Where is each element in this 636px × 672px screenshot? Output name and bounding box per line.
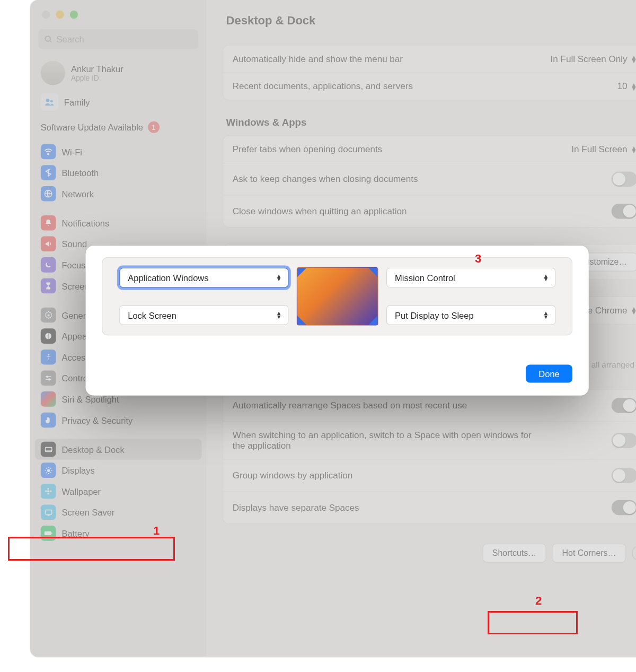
accessibility-icon	[41, 350, 56, 365]
screensaver-icon	[41, 505, 56, 520]
row-group-windows: Group windows by application	[223, 460, 636, 492]
svg-point-27	[45, 490, 47, 492]
profile-name: Ankur Thakur	[71, 64, 123, 74]
corner-select-top-right[interactable]: Mission Control▲▼	[386, 268, 555, 287]
close-window-button[interactable]	[42, 11, 50, 19]
sidebar-item-label: Focus	[61, 260, 85, 270]
row-label: Automatically rearrange Spaces based on …	[233, 400, 467, 411]
battery-icon	[41, 526, 56, 541]
svg-point-3	[50, 100, 53, 102]
row-label: Group windows by application	[233, 470, 353, 481]
toggle-displays-spaces[interactable]	[612, 500, 636, 516]
page-title: Desktop & Dock	[223, 0, 636, 45]
sidebar-item-label: Network	[61, 189, 94, 199]
svg-rect-31	[45, 531, 51, 535]
window-traffic-lights	[30, 7, 206, 19]
system-settings-window: Search Ankur Thakur Apple ID Family Soft…	[30, 0, 636, 657]
speaker-icon	[41, 237, 56, 252]
corner-select-bottom-right[interactable]: Put Display to Sleep▲▼	[386, 305, 555, 325]
mission-control-buttons: Shortcuts… Hot Corners… ?	[223, 540, 636, 574]
row-value: In Full Screen▲▼	[571, 144, 636, 155]
row-recents[interactable]: Recent documents, applications, and serv…	[223, 73, 636, 100]
sidebar-item-wallpaper[interactable]: Wallpaper	[35, 481, 202, 502]
sidebar-item-displays[interactable]: Displays	[35, 460, 202, 481]
row-label: Automatically hide and show the menu bar	[233, 54, 403, 64]
bell-icon	[41, 215, 56, 231]
sidebar-item-label: Battery	[61, 528, 89, 538]
family-icon	[41, 93, 58, 111]
row-switch-space: When switching to an application, switch…	[223, 422, 636, 460]
sidebar-item-label: Desktop & Dock	[61, 444, 124, 455]
family-row[interactable]: Family	[30, 91, 206, 118]
hot-corners-grid: Application Windows▲▼ Lock Screen▲▼ Miss…	[102, 257, 572, 335]
dock-icon	[41, 442, 56, 457]
svg-line-23	[50, 468, 51, 468]
minimize-window-button[interactable]	[56, 11, 64, 19]
sidebar-item-notifications[interactable]: Notifications	[35, 212, 202, 233]
svg-line-20	[46, 468, 46, 468]
mission-control-panel: Automatically rearrange Spaces based on …	[223, 389, 636, 524]
sidebar-item-screen-saver[interactable]: Screen Saver	[35, 502, 202, 523]
zoom-window-button[interactable]	[70, 11, 78, 19]
apple-id-row[interactable]: Ankur Thakur Apple ID	[30, 58, 206, 91]
sidebar-item-bluetooth[interactable]: Bluetooth	[35, 162, 202, 184]
shortcuts-button[interactable]: Shortcuts…	[482, 544, 546, 562]
svg-point-6	[47, 314, 49, 316]
sidebar-item-privacy[interactable]: Privacy & Security	[35, 409, 202, 431]
windows-apps-panel: Prefer tabs when opening documents In Fu…	[223, 135, 636, 228]
search-input[interactable]: Search	[38, 29, 198, 49]
select-value: Put Display to Sleep	[395, 310, 474, 320]
toggle-switch-space[interactable]	[612, 433, 636, 448]
row-autohide-menubar[interactable]: Automatically hide and show the menu bar…	[223, 46, 636, 73]
chevron-updown-icon: ▲▼	[543, 274, 549, 281]
sidebar-item-battery[interactable]: Battery	[35, 523, 202, 544]
sidebar-item-wifi[interactable]: Wi-Fi	[35, 141, 202, 162]
bluetooth-icon	[41, 165, 56, 180]
corner-select-top-left[interactable]: Application Windows▲▼	[119, 268, 288, 287]
hourglass-icon	[41, 278, 56, 294]
toggle-ask-changes[interactable]	[612, 171, 636, 187]
sidebar-item-network[interactable]: Network	[35, 183, 202, 204]
appearance-icon	[41, 328, 56, 344]
hot-corners-button[interactable]: Hot Corners…	[552, 544, 626, 562]
software-update-row[interactable]: Software Update Available 1	[30, 118, 206, 141]
select-value: Mission Control	[395, 273, 455, 283]
svg-rect-13	[45, 447, 51, 451]
moon-icon	[41, 257, 56, 273]
help-button[interactable]: ?	[632, 546, 636, 561]
corner-preview	[296, 267, 378, 326]
search-placeholder: Search	[57, 34, 84, 44]
toggle-auto-rearrange[interactable]	[612, 398, 636, 413]
done-button[interactable]: Done	[526, 365, 572, 383]
hand-icon	[41, 413, 56, 428]
brightness-icon	[41, 462, 56, 478]
menubar-panel: Automatically hide and show the menu bar…	[223, 45, 636, 100]
flower-icon	[41, 484, 56, 499]
software-update-label: Software Update Available	[41, 122, 143, 132]
corner-select-bottom-left[interactable]: Lock Screen▲▼	[119, 305, 288, 325]
chevron-updown-icon: ▲▼	[276, 311, 282, 318]
sidebar-item-label: Bluetooth	[61, 168, 99, 178]
stepper-icon: ▲▼	[631, 56, 636, 63]
family-label: Family	[64, 97, 90, 107]
toggle-group-windows[interactable]	[612, 468, 636, 483]
svg-line-22	[46, 472, 46, 473]
svg-line-1	[50, 40, 51, 42]
sidebar-item-label: Sound	[61, 239, 87, 249]
sidebar-item-label: Siri & Spotlight	[61, 394, 119, 404]
svg-point-15	[47, 469, 50, 472]
row-prefer-tabs[interactable]: Prefer tabs when opening documents In Fu…	[223, 136, 636, 163]
svg-point-25	[47, 488, 49, 490]
chevron-updown-icon: ▲▼	[543, 311, 549, 318]
sidebar-item-label: Notifications	[61, 218, 109, 228]
row-label: Recent documents, applications, and serv…	[233, 81, 413, 92]
corner-indicator-tl	[297, 268, 306, 277]
toggle-close-quit[interactable]	[612, 204, 636, 219]
row-label: Close windows when quitting an applicati…	[233, 206, 407, 216]
update-badge: 1	[148, 121, 160, 133]
corner-indicator-br	[368, 316, 377, 325]
row-value: In Full Screen Only▲▼	[551, 54, 636, 64]
svg-point-2	[46, 99, 50, 102]
sidebar-item-desktop-dock[interactable]: Desktop & Dock	[35, 439, 202, 460]
svg-point-28	[50, 490, 52, 492]
